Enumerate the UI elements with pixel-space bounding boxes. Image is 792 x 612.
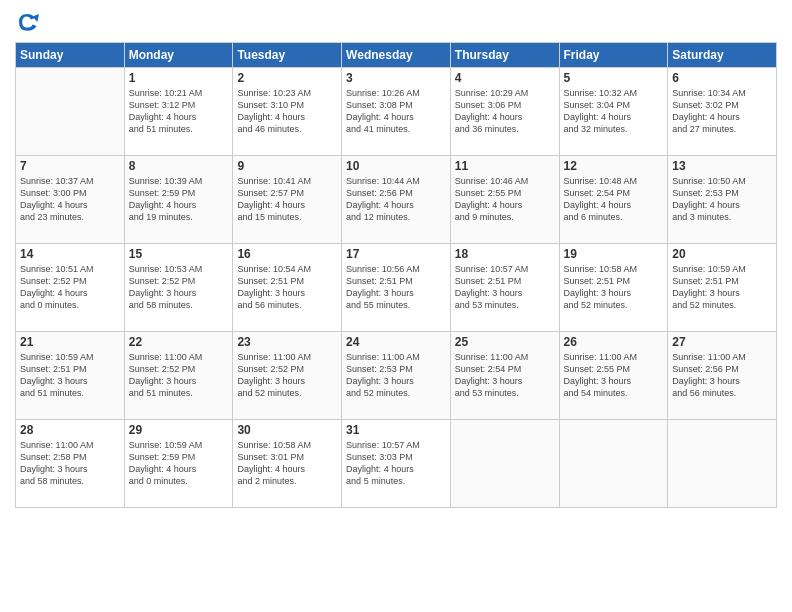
day-info: Sunrise: 10:58 AMSunset: 3:01 PMDaylight… <box>237 439 337 488</box>
calendar-cell: 20Sunrise: 10:59 AMSunset: 2:51 PMDaylig… <box>668 244 777 332</box>
calendar-cell: 16Sunrise: 10:54 AMSunset: 2:51 PMDaylig… <box>233 244 342 332</box>
day-info: Sunrise: 11:00 AMSunset: 2:54 PMDaylight… <box>455 351 555 400</box>
day-info: Sunrise: 10:29 AMSunset: 3:06 PMDaylight… <box>455 87 555 136</box>
header-tuesday: Tuesday <box>233 43 342 68</box>
day-number: 23 <box>237 335 337 349</box>
day-info: Sunrise: 10:50 AMSunset: 2:53 PMDaylight… <box>672 175 772 224</box>
day-info: Sunrise: 10:59 AMSunset: 2:51 PMDaylight… <box>672 263 772 312</box>
calendar-cell <box>450 420 559 508</box>
week-row-3: 21Sunrise: 10:59 AMSunset: 2:51 PMDaylig… <box>16 332 777 420</box>
week-row-4: 28Sunrise: 11:00 AMSunset: 2:58 PMDaylig… <box>16 420 777 508</box>
day-info: Sunrise: 10:59 AMSunset: 2:59 PMDaylight… <box>129 439 229 488</box>
day-info: Sunrise: 10:56 AMSunset: 2:51 PMDaylight… <box>346 263 446 312</box>
day-info: Sunrise: 10:37 AMSunset: 3:00 PMDaylight… <box>20 175 120 224</box>
day-number: 16 <box>237 247 337 261</box>
day-info: Sunrise: 10:53 AMSunset: 2:52 PMDaylight… <box>129 263 229 312</box>
day-info: Sunrise: 10:54 AMSunset: 2:51 PMDaylight… <box>237 263 337 312</box>
calendar-cell: 22Sunrise: 11:00 AMSunset: 2:52 PMDaylig… <box>124 332 233 420</box>
logo <box>15 10 41 34</box>
day-number: 17 <box>346 247 446 261</box>
calendar-cell: 19Sunrise: 10:58 AMSunset: 2:51 PMDaylig… <box>559 244 668 332</box>
day-number: 7 <box>20 159 120 173</box>
calendar-cell <box>668 420 777 508</box>
day-number: 14 <box>20 247 120 261</box>
calendar-cell: 13Sunrise: 10:50 AMSunset: 2:53 PMDaylig… <box>668 156 777 244</box>
day-number: 3 <box>346 71 446 85</box>
header-sunday: Sunday <box>16 43 125 68</box>
calendar-cell: 3Sunrise: 10:26 AMSunset: 3:08 PMDayligh… <box>342 68 451 156</box>
day-info: Sunrise: 10:57 AMSunset: 2:51 PMDaylight… <box>455 263 555 312</box>
calendar-cell: 8Sunrise: 10:39 AMSunset: 2:59 PMDayligh… <box>124 156 233 244</box>
week-row-1: 7Sunrise: 10:37 AMSunset: 3:00 PMDayligh… <box>16 156 777 244</box>
day-number: 26 <box>564 335 664 349</box>
week-row-2: 14Sunrise: 10:51 AMSunset: 2:52 PMDaylig… <box>16 244 777 332</box>
calendar-cell: 27Sunrise: 11:00 AMSunset: 2:56 PMDaylig… <box>668 332 777 420</box>
header-monday: Monday <box>124 43 233 68</box>
calendar-cell: 12Sunrise: 10:48 AMSunset: 2:54 PMDaylig… <box>559 156 668 244</box>
day-info: Sunrise: 10:44 AMSunset: 2:56 PMDaylight… <box>346 175 446 224</box>
day-info: Sunrise: 10:26 AMSunset: 3:08 PMDaylight… <box>346 87 446 136</box>
calendar-header-row: SundayMondayTuesdayWednesdayThursdayFrid… <box>16 43 777 68</box>
calendar-cell: 5Sunrise: 10:32 AMSunset: 3:04 PMDayligh… <box>559 68 668 156</box>
day-number: 6 <box>672 71 772 85</box>
day-number: 9 <box>237 159 337 173</box>
day-number: 4 <box>455 71 555 85</box>
day-number: 19 <box>564 247 664 261</box>
day-info: Sunrise: 11:00 AMSunset: 2:53 PMDaylight… <box>346 351 446 400</box>
day-number: 13 <box>672 159 772 173</box>
week-row-0: 1Sunrise: 10:21 AMSunset: 3:12 PMDayligh… <box>16 68 777 156</box>
calendar-body: 1Sunrise: 10:21 AMSunset: 3:12 PMDayligh… <box>16 68 777 508</box>
day-number: 5 <box>564 71 664 85</box>
day-info: Sunrise: 10:46 AMSunset: 2:55 PMDaylight… <box>455 175 555 224</box>
day-number: 8 <box>129 159 229 173</box>
header-saturday: Saturday <box>668 43 777 68</box>
calendar-cell: 15Sunrise: 10:53 AMSunset: 2:52 PMDaylig… <box>124 244 233 332</box>
day-number: 12 <box>564 159 664 173</box>
day-info: Sunrise: 10:32 AMSunset: 3:04 PMDaylight… <box>564 87 664 136</box>
day-info: Sunrise: 10:51 AMSunset: 2:52 PMDaylight… <box>20 263 120 312</box>
calendar-cell <box>16 68 125 156</box>
header-friday: Friday <box>559 43 668 68</box>
day-number: 27 <box>672 335 772 349</box>
day-info: Sunrise: 11:00 AMSunset: 2:55 PMDaylight… <box>564 351 664 400</box>
calendar-cell: 7Sunrise: 10:37 AMSunset: 3:00 PMDayligh… <box>16 156 125 244</box>
day-info: Sunrise: 10:39 AMSunset: 2:59 PMDaylight… <box>129 175 229 224</box>
day-info: Sunrise: 11:00 AMSunset: 2:52 PMDaylight… <box>129 351 229 400</box>
day-info: Sunrise: 11:00 AMSunset: 2:56 PMDaylight… <box>672 351 772 400</box>
calendar-cell: 6Sunrise: 10:34 AMSunset: 3:02 PMDayligh… <box>668 68 777 156</box>
calendar-cell: 9Sunrise: 10:41 AMSunset: 2:57 PMDayligh… <box>233 156 342 244</box>
calendar-cell: 18Sunrise: 10:57 AMSunset: 2:51 PMDaylig… <box>450 244 559 332</box>
day-number: 2 <box>237 71 337 85</box>
calendar-cell: 2Sunrise: 10:23 AMSunset: 3:10 PMDayligh… <box>233 68 342 156</box>
calendar-cell: 10Sunrise: 10:44 AMSunset: 2:56 PMDaylig… <box>342 156 451 244</box>
calendar-cell: 17Sunrise: 10:56 AMSunset: 2:51 PMDaylig… <box>342 244 451 332</box>
calendar-cell: 21Sunrise: 10:59 AMSunset: 2:51 PMDaylig… <box>16 332 125 420</box>
day-info: Sunrise: 10:34 AMSunset: 3:02 PMDaylight… <box>672 87 772 136</box>
day-info: Sunrise: 11:00 AMSunset: 2:52 PMDaylight… <box>237 351 337 400</box>
day-info: Sunrise: 10:58 AMSunset: 2:51 PMDaylight… <box>564 263 664 312</box>
day-info: Sunrise: 10:21 AMSunset: 3:12 PMDaylight… <box>129 87 229 136</box>
day-number: 20 <box>672 247 772 261</box>
calendar-table: SundayMondayTuesdayWednesdayThursdayFrid… <box>15 42 777 508</box>
calendar-cell: 31Sunrise: 10:57 AMSunset: 3:03 PMDaylig… <box>342 420 451 508</box>
calendar-cell: 14Sunrise: 10:51 AMSunset: 2:52 PMDaylig… <box>16 244 125 332</box>
calendar-cell <box>559 420 668 508</box>
day-info: Sunrise: 10:48 AMSunset: 2:54 PMDaylight… <box>564 175 664 224</box>
day-number: 22 <box>129 335 229 349</box>
day-number: 24 <box>346 335 446 349</box>
day-number: 18 <box>455 247 555 261</box>
day-number: 1 <box>129 71 229 85</box>
day-info: Sunrise: 11:00 AMSunset: 2:58 PMDaylight… <box>20 439 120 488</box>
page-container: SundayMondayTuesdayWednesdayThursdayFrid… <box>0 0 792 612</box>
day-number: 29 <box>129 423 229 437</box>
calendar-cell: 30Sunrise: 10:58 AMSunset: 3:01 PMDaylig… <box>233 420 342 508</box>
day-info: Sunrise: 10:59 AMSunset: 2:51 PMDaylight… <box>20 351 120 400</box>
day-info: Sunrise: 10:23 AMSunset: 3:10 PMDaylight… <box>237 87 337 136</box>
day-info: Sunrise: 10:57 AMSunset: 3:03 PMDaylight… <box>346 439 446 488</box>
header-thursday: Thursday <box>450 43 559 68</box>
day-number: 25 <box>455 335 555 349</box>
header <box>15 10 777 34</box>
calendar-cell: 11Sunrise: 10:46 AMSunset: 2:55 PMDaylig… <box>450 156 559 244</box>
calendar-cell: 24Sunrise: 11:00 AMSunset: 2:53 PMDaylig… <box>342 332 451 420</box>
day-number: 15 <box>129 247 229 261</box>
